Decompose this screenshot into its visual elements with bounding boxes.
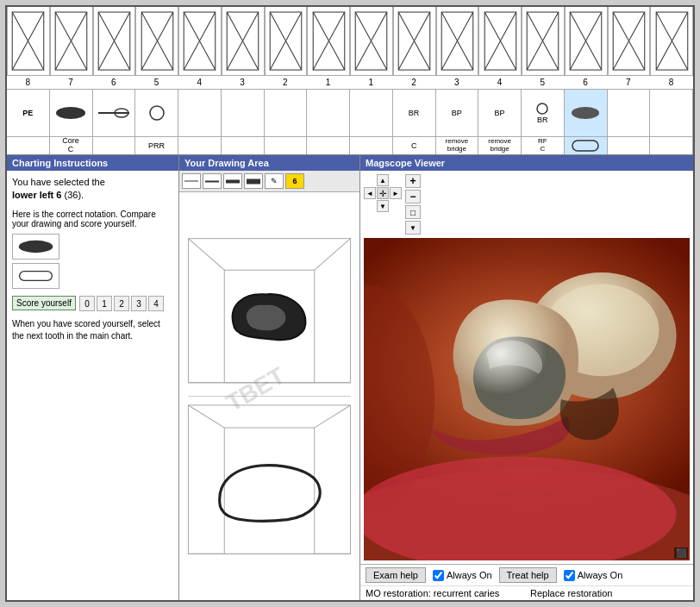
status-BP-1[interactable]: BP — [436, 90, 479, 136]
status-BR-left[interactable]: BR — [393, 90, 436, 136]
svg-line-31 — [270, 12, 285, 41]
svg-line-36 — [313, 12, 328, 41]
label-remove-bridge-2: removebridge — [478, 137, 522, 154]
selected-text: You have selected the — [12, 177, 105, 187]
svg-rect-105 — [224, 428, 315, 554]
status-empty-r1[interactable] — [350, 90, 393, 136]
svg-line-4 — [28, 41, 44, 71]
svg-line-9 — [72, 41, 87, 71]
zoom-minus-btn[interactable]: − — [405, 190, 421, 203]
zoom-down-btn[interactable]: ▼ — [405, 221, 421, 235]
nav-up-btn[interactable]: ▲ — [377, 174, 389, 186]
num-2R: 2 — [393, 76, 436, 89]
num-8L: 8 — [7, 76, 50, 89]
label-empty-6 — [307, 137, 350, 154]
svg-line-42 — [372, 12, 387, 41]
svg-line-71 — [613, 12, 628, 41]
score-btn-1[interactable]: 1 — [97, 296, 112, 311]
drawing-canvas[interactable]: TBET — [179, 192, 359, 600]
status-highlighted-tooth[interactable] — [565, 90, 608, 136]
help-row-1: Exam help Always On Treat help Always On — [360, 565, 693, 586]
svg-line-3 — [13, 41, 28, 71]
svg-line-102 — [315, 405, 351, 428]
status-empty-3[interactable] — [222, 90, 265, 136]
status-filled-oval[interactable] — [50, 90, 93, 136]
status-BP-2[interactable]: BP — [478, 90, 522, 136]
score-btn-3[interactable]: 3 — [131, 296, 147, 311]
magscope-corner-icon: ⬛ — [674, 548, 688, 559]
zoom-plus-btn[interactable]: + — [405, 174, 421, 188]
tool-very-thick-line[interactable] — [244, 173, 263, 189]
treat-help-button[interactable]: Treat help — [499, 567, 557, 583]
svg-line-68 — [570, 41, 585, 71]
svg-line-47 — [415, 12, 430, 41]
zoom-fit-btn[interactable]: □ — [405, 205, 421, 219]
status-empty-4[interactable] — [178, 90, 222, 136]
score-btn-4[interactable]: 4 — [148, 296, 164, 311]
tooth-cell-7R[interactable] — [608, 7, 651, 75]
num-3L: 3 — [222, 76, 265, 89]
status-open-circle[interactable] — [135, 90, 178, 136]
tooth-cell-4L[interactable] — [178, 7, 222, 75]
charting-instructions-header: Charting Instructions — [7, 155, 178, 171]
exam-always-on-checkbox[interactable] — [433, 570, 444, 581]
svg-line-23 — [184, 41, 200, 71]
status-empty-r3[interactable] — [650, 90, 693, 136]
tooth-cell-5R[interactable] — [522, 7, 565, 75]
tool-active-number[interactable]: 6 — [285, 173, 304, 189]
status-empty-2[interactable] — [265, 90, 308, 136]
score-btn-2[interactable]: 2 — [114, 296, 129, 311]
svg-line-8 — [55, 41, 71, 71]
exam-help-button[interactable]: Exam help — [366, 567, 426, 583]
label-remove-bridge-1: removebridge — [436, 137, 479, 154]
label-empty-7 — [350, 137, 393, 154]
status-BR-right[interactable]: BR — [522, 90, 565, 136]
status-empty-1[interactable] — [307, 90, 350, 136]
tooth-cell-8R[interactable] — [650, 7, 693, 75]
status-PE[interactable]: PE — [7, 90, 50, 136]
next-tooth-text: When you have scored yourself, select th… — [12, 318, 173, 342]
svg-line-29 — [243, 41, 259, 71]
tool-eraser[interactable]: ✎ — [265, 173, 284, 189]
tooth-cell-6L[interactable] — [93, 7, 136, 75]
num-1L: 1 — [307, 76, 350, 89]
tooth-cell-2R[interactable] — [393, 7, 436, 75]
nav-down-btn[interactable]: ▼ — [377, 200, 389, 212]
help-bar: Exam help Always On Treat help Always On… — [360, 564, 693, 600]
tooth-cell-1L[interactable] — [307, 7, 350, 75]
tooth-cell-1R[interactable] — [350, 7, 393, 75]
svg-line-34 — [285, 41, 301, 71]
score-btn-0[interactable]: 0 — [79, 296, 95, 311]
svg-line-44 — [372, 41, 387, 71]
svg-line-58 — [484, 41, 500, 71]
tool-thin-line[interactable] — [182, 173, 201, 189]
nav-right-btn[interactable]: ► — [390, 187, 402, 199]
tooth-cell-4R[interactable] — [478, 7, 522, 75]
svg-line-94 — [188, 239, 224, 271]
tooth-cell-3R[interactable] — [436, 7, 479, 75]
tooth-cell-6R[interactable] — [565, 7, 608, 75]
charting-instructions-panel: Charting Instructions You have selected … — [7, 155, 179, 600]
status-empty-r2[interactable] — [608, 90, 651, 136]
exam-always-on: Always On — [433, 570, 492, 581]
tool-thick-line[interactable] — [223, 173, 242, 189]
status-line-oval[interactable] — [93, 90, 136, 136]
tooth-cell-3L[interactable] — [222, 7, 265, 75]
tooth-cell-5L[interactable] — [135, 7, 178, 75]
nav-left-btn[interactable]: ◄ — [364, 187, 376, 199]
tooth-cell-8L[interactable] — [7, 7, 50, 75]
tool-medium-line[interactable] — [203, 173, 222, 189]
treat-always-on-checkbox[interactable] — [564, 570, 575, 581]
label-empty-2 — [93, 137, 136, 154]
num-8R: 8 — [650, 76, 693, 89]
svg-point-83 — [150, 106, 164, 120]
drawing-svg[interactable] — [179, 192, 359, 600]
num-5R: 5 — [522, 76, 565, 89]
magscope-image: ⬛ — [364, 238, 690, 560]
score-label: Score yourself — [12, 296, 76, 310]
tooth-cell-7L[interactable] — [50, 7, 93, 75]
svg-line-67 — [586, 12, 602, 41]
tooth-cell-2L[interactable] — [265, 7, 308, 75]
svg-line-72 — [628, 12, 644, 41]
svg-point-80 — [56, 107, 85, 119]
